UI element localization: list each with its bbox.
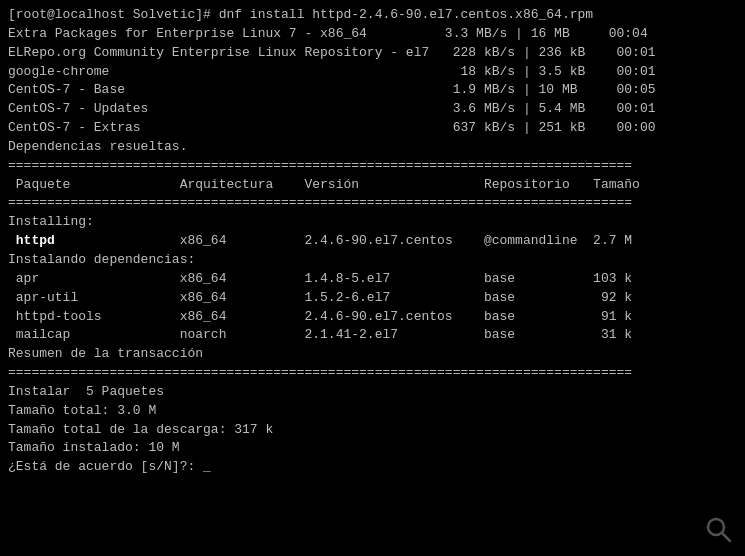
terminal-line: httpd-tools x86_64 2.4.6-90.el7.centos b…	[8, 308, 737, 327]
terminal-line: apr-util x86_64 1.5.2-6.el7 base 92 k	[8, 289, 737, 308]
terminal-line: Paquete Arquitectura Versión Repositorio…	[8, 176, 737, 195]
terminal-line: Tamaño total: 3.0 M	[8, 402, 737, 421]
magnifier-icon	[705, 516, 733, 544]
svg-line-1	[722, 533, 730, 541]
terminal-line: Resumen de la transacción	[8, 345, 737, 364]
terminal-line: Tamaño instalado: 10 M	[8, 439, 737, 458]
terminal-line: ELRepo.org Community Enterprise Linux Re…	[8, 44, 737, 63]
terminal-line: Instalando dependencias:	[8, 251, 737, 270]
terminal-line: mailcap noarch 2.1.41-2.el7 base 31 k	[8, 326, 737, 345]
terminal-line: Extra Packages for Enterprise Linux 7 - …	[8, 25, 737, 44]
terminal-line: ========================================…	[8, 194, 737, 213]
terminal-line: [root@localhost Solvetic]# dnf install h…	[8, 6, 737, 25]
terminal-line: CentOS-7 - Updates 3.6 MB/s | 5.4 MB 00:…	[8, 100, 737, 119]
terminal-line: Installing:	[8, 213, 737, 232]
terminal-line: google-chrome 18 kB/s | 3.5 kB 00:01	[8, 63, 737, 82]
terminal-line: ========================================…	[8, 364, 737, 383]
terminal-line: ¿Está de acuerdo [s/N]?: _	[8, 458, 737, 477]
terminal[interactable]: [root@localhost Solvetic]# dnf install h…	[0, 0, 745, 556]
terminal-line: apr x86_64 1.4.8-5.el7 base 103 k	[8, 270, 737, 289]
terminal-line: CentOS-7 - Extras 637 kB/s | 251 kB 00:0…	[8, 119, 737, 138]
terminal-line: Tamaño total de la descarga: 317 k	[8, 421, 737, 440]
terminal-line: httpd x86_64 2.4.6-90.el7.centos @comman…	[8, 232, 737, 251]
terminal-line: Dependencias resueltas.	[8, 138, 737, 157]
terminal-line: CentOS-7 - Base 1.9 MB/s | 10 MB 00:05	[8, 81, 737, 100]
terminal-line: ========================================…	[8, 157, 737, 176]
terminal-line: Instalar 5 Paquetes	[8, 383, 737, 402]
